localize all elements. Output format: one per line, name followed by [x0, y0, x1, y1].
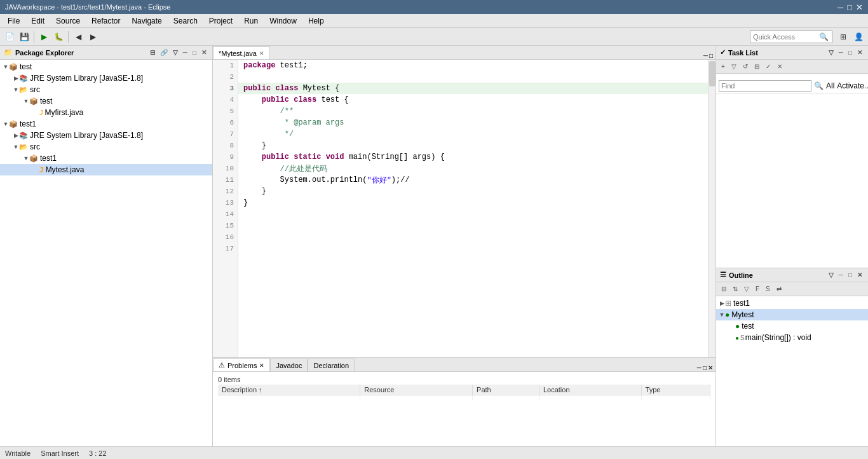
- expand-arrow-test1-pkg[interactable]: ▼: [23, 155, 29, 161]
- outline-minimize-btn[interactable]: ─: [837, 271, 845, 279]
- outline-item-test1-pkg[interactable]: ▶ ⊞ test1: [716, 298, 868, 309]
- outline-expand-test1[interactable]: ▶: [719, 300, 725, 306]
- editor-minimize-btn[interactable]: ─: [703, 52, 708, 59]
- outline-menu-btn[interactable]: ▽: [827, 271, 836, 279]
- code-line-8[interactable]: }: [238, 140, 708, 151]
- code-line-17[interactable]: [238, 243, 708, 254]
- col-location[interactable]: Location: [539, 385, 641, 395]
- save-button[interactable]: 💾: [17, 30, 31, 44]
- expand-arrow-src-test[interactable]: ▼: [13, 86, 19, 93]
- delete-task-btn[interactable]: ✕: [775, 62, 785, 71]
- link-editor-btn[interactable]: 🔗: [158, 48, 170, 57]
- tree-item-jre-test1[interactable]: ▶ 📚 JRE System Library [JavaSE-1.8]: [0, 130, 212, 141]
- close-panel-btn[interactable]: ✕: [200, 48, 208, 57]
- code-line-2[interactable]: [238, 71, 708, 83]
- tree-item-test1[interactable]: ▼ 📦 test1: [0, 118, 212, 130]
- code-line-15[interactable]: [238, 220, 708, 231]
- problems-panel-minimize[interactable]: ─: [697, 364, 702, 371]
- tree-item-test-pkg[interactable]: ▼ 📦 test: [0, 95, 212, 107]
- filter-btn[interactable]: ▽: [729, 62, 739, 71]
- menu-item-run[interactable]: Run: [239, 15, 263, 27]
- close-button[interactable]: ✕: [856, 3, 863, 12]
- bottom-tab-javadoc[interactable]: Javadoc: [270, 359, 308, 371]
- minimize-panel-btn[interactable]: ─: [181, 48, 189, 57]
- run-button[interactable]: ▶: [37, 30, 51, 44]
- code-line-10[interactable]: //此处是代码: [238, 163, 708, 174]
- expand-arrow-jre-test[interactable]: ▶: [13, 75, 19, 81]
- menu-item-project[interactable]: Project: [204, 15, 238, 27]
- back-button[interactable]: ◀: [71, 30, 85, 44]
- expand-arrow-jre-test1[interactable]: ▶: [13, 132, 19, 139]
- task-list-close-btn[interactable]: ✕: [855, 48, 864, 57]
- editor-tab-close[interactable]: ✕: [259, 50, 264, 57]
- maximize-button[interactable]: □: [847, 3, 852, 12]
- new-task-btn[interactable]: +: [719, 62, 728, 71]
- outline-maximize-btn[interactable]: □: [846, 271, 854, 279]
- outline-sync-btn[interactable]: ⇄: [774, 284, 784, 294]
- col-description[interactable]: Description ↑: [218, 385, 360, 395]
- outline-close-btn[interactable]: ✕: [855, 271, 864, 279]
- code-line-9[interactable]: public static void main(String[] args) {: [238, 151, 708, 163]
- activate-link[interactable]: Activate...: [837, 81, 868, 90]
- tree-item-src-test1[interactable]: ▼ 📂 src: [0, 141, 212, 153]
- menu-item-search[interactable]: Search: [168, 15, 203, 27]
- tree-item-myfirst[interactable]: J Myfirst.java: [0, 107, 212, 118]
- col-path[interactable]: Path: [473, 385, 539, 395]
- code-line-3[interactable]: public class Mytest {: [238, 83, 708, 94]
- refresh-btn[interactable]: ↺: [740, 62, 750, 71]
- menu-item-file[interactable]: File: [3, 15, 25, 27]
- menu-item-window[interactable]: Window: [264, 15, 302, 27]
- user-icon[interactable]: 👤: [851, 30, 865, 44]
- task-list-minimize-btn[interactable]: ─: [837, 48, 845, 57]
- menu-item-navigate[interactable]: Navigate: [126, 15, 166, 27]
- all-filter-btn[interactable]: All: [826, 81, 834, 90]
- code-line-13[interactable]: }: [238, 197, 708, 209]
- code-line-7[interactable]: */: [238, 128, 708, 140]
- outline-item-test-class[interactable]: ● test: [716, 320, 868, 332]
- code-line-11[interactable]: System.out.println("你好");//: [238, 174, 708, 186]
- problems-panel-close[interactable]: ✕: [708, 364, 713, 371]
- problems-panel-maximize[interactable]: □: [703, 364, 707, 371]
- problems-tab-close-icon[interactable]: ✕: [259, 362, 264, 369]
- code-line-16[interactable]: [238, 231, 708, 243]
- code-line-12[interactable]: }: [238, 186, 708, 197]
- code-area[interactable]: package test1; public class Mytest { pub…: [238, 60, 708, 357]
- expand-arrow-test[interactable]: ▼: [3, 64, 9, 70]
- outline-item-mytest[interactable]: ▼ ● Mytest: [716, 309, 868, 320]
- minimize-button[interactable]: ─: [837, 3, 843, 12]
- outline-hide-static-btn[interactable]: S: [763, 284, 773, 294]
- outline-hide-fields-btn[interactable]: F: [753, 284, 762, 294]
- maximize-panel-btn[interactable]: □: [191, 48, 198, 57]
- outline-collapse-btn[interactable]: ⊟: [719, 284, 729, 294]
- outline-item-main[interactable]: ● S main(String[]) : void: [716, 332, 868, 343]
- tree-item-jre-test[interactable]: ▶ 📚 JRE System Library [JavaSE-1.8]: [0, 72, 212, 84]
- tree-item-test1-pkg[interactable]: ▼ 📦 test1: [0, 153, 212, 164]
- outline-sort-btn[interactable]: ⇅: [730, 284, 740, 294]
- tree-item-src-test[interactable]: ▼ 📂 src: [0, 84, 212, 95]
- expand-arrow-test-pkg[interactable]: ▼: [23, 98, 29, 104]
- mark-done-btn[interactable]: ✓: [763, 62, 773, 71]
- view-menu-btn[interactable]: ▽: [171, 48, 180, 57]
- editor-maximize-btn[interactable]: □: [709, 52, 713, 59]
- tree-item-test[interactable]: ▼ 📦 test: [0, 61, 212, 72]
- outline-expand-mytest[interactable]: ▼: [719, 312, 725, 318]
- editor-scrollbar[interactable]: [708, 60, 715, 357]
- code-line-1[interactable]: package test1;: [238, 60, 708, 71]
- bottom-tab-declaration[interactable]: Declaration: [308, 359, 355, 371]
- outline-filter-btn[interactable]: ▽: [742, 284, 752, 294]
- code-line-4[interactable]: public class test {: [238, 94, 708, 106]
- code-line-14[interactable]: [238, 209, 708, 220]
- menu-item-refactor[interactable]: Refactor: [86, 15, 125, 27]
- menu-item-help[interactable]: Help: [303, 15, 329, 27]
- menu-item-edit[interactable]: Edit: [26, 15, 50, 27]
- bottom-tab-problems[interactable]: ⚠ Problems ✕: [213, 359, 270, 371]
- task-list-maximize-btn[interactable]: □: [846, 48, 854, 57]
- debug-button[interactable]: 🐛: [51, 30, 65, 44]
- tree-item-mytest[interactable]: J Mytest.java: [0, 164, 212, 175]
- forward-button[interactable]: ▶: [86, 30, 100, 44]
- perspectives-button[interactable]: ⊞: [836, 30, 850, 44]
- editor-tab-mytest[interactable]: *Mytest.java ✕: [213, 46, 270, 59]
- task-find-input[interactable]: [719, 80, 811, 92]
- code-line-5[interactable]: /**: [238, 106, 708, 117]
- menu-item-source[interactable]: Source: [51, 15, 85, 27]
